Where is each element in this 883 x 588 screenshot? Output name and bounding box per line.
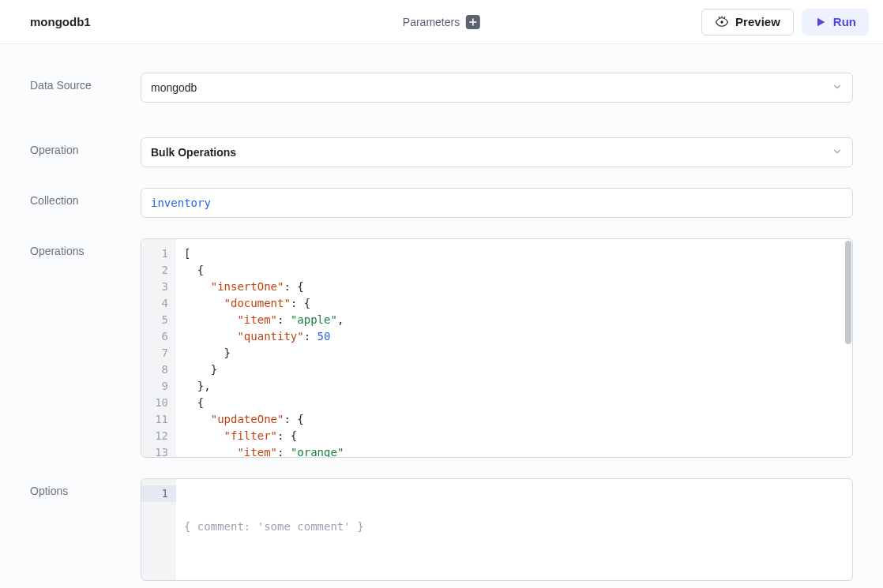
add-parameter-button[interactable]	[466, 15, 480, 29]
operation-label: Operation	[30, 137, 141, 156]
datasource-label: Data Source	[30, 73, 141, 92]
options-editor[interactable]: 1 { comment: 'some comment' }	[141, 478, 853, 581]
plus-icon	[469, 18, 477, 26]
preview-label: Preview	[735, 15, 780, 28]
options-line-number: 1	[141, 485, 176, 502]
operation-select[interactable]: Bulk Operations	[141, 137, 853, 167]
collection-input[interactable]: inventory	[141, 188, 853, 218]
collection-value: inventory	[151, 197, 211, 209]
play-icon	[814, 16, 827, 28]
chevron-down-icon	[832, 81, 843, 95]
operations-gutter: 12345678910111213	[141, 239, 176, 457]
options-code[interactable]: { comment: 'some comment' }	[176, 479, 852, 580]
parameters-group: Parameters	[403, 15, 480, 29]
top-bar: mongodb1 Parameters Preview Run	[0, 0, 883, 44]
datasource-select[interactable]: mongodb	[141, 73, 853, 103]
operation-value: Bulk Operations	[151, 146, 236, 159]
run-label: Run	[833, 15, 856, 28]
run-button[interactable]: Run	[802, 9, 869, 36]
options-gutter: 1	[141, 479, 176, 580]
options-placeholder: { comment: 'some comment' }	[184, 520, 364, 533]
operations-label: Operations	[30, 238, 141, 257]
svg-point-0	[720, 21, 723, 23]
operations-code[interactable]: [ { "insertOne": { "document": { "item":…	[176, 239, 852, 457]
content-area: Data Source mongodb Operation Bulk Opera…	[0, 44, 883, 581]
collection-label: Collection	[30, 188, 141, 207]
parameters-label: Parameters	[403, 16, 460, 28]
operations-scrollbar[interactable]	[845, 241, 851, 455]
datasource-value: mongodb	[151, 81, 197, 94]
query-title: mongodb1	[30, 15, 91, 28]
operations-editor[interactable]: 12345678910111213 [ { "insertOne": { "do…	[141, 238, 853, 458]
scrollbar-thumb[interactable]	[845, 241, 851, 344]
options-label: Options	[30, 478, 141, 497]
preview-button[interactable]: Preview	[701, 9, 794, 36]
eye-icon	[715, 15, 729, 29]
chevron-down-icon	[832, 146, 843, 159]
